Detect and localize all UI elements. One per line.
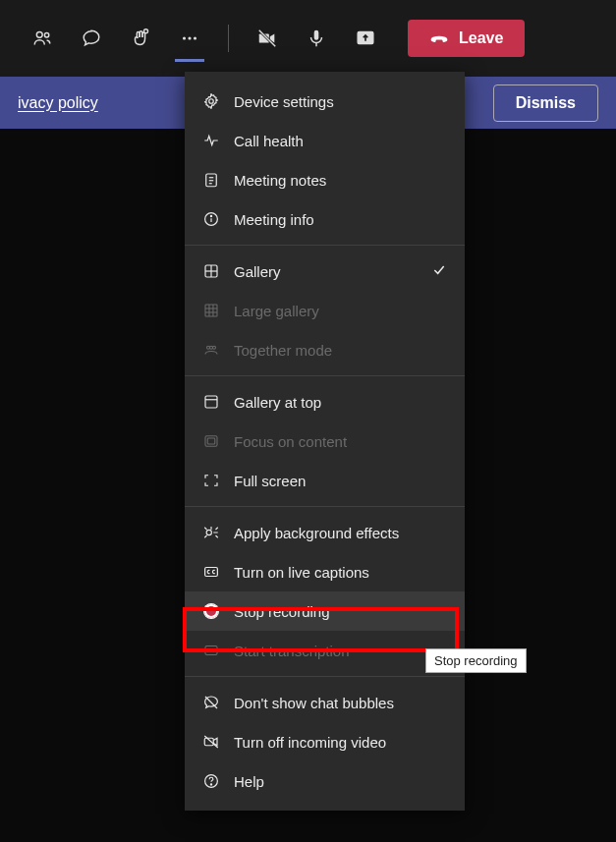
menu-label: Gallery: [234, 263, 281, 280]
menu-item-stop-recording[interactable]: Stop recording: [185, 591, 465, 631]
large-grid-icon: [202, 302, 220, 319]
menu-label: Large gallery: [234, 303, 319, 319]
grid-icon: [202, 262, 220, 280]
svg-point-29: [210, 346, 213, 349]
help-icon: [202, 772, 220, 790]
menu-label: Turn off incoming video: [234, 734, 386, 751]
svg-rect-36: [205, 646, 217, 655]
microphone-icon[interactable]: [292, 19, 341, 58]
menu-label: Focus on content: [234, 433, 347, 450]
menu-label: Stop recording: [234, 603, 330, 620]
meeting-toolbar: Leave: [0, 0, 616, 77]
active-tab-indicator: [175, 59, 204, 62]
menu-item-gallery[interactable]: Gallery: [185, 252, 465, 291]
menu-separator: [185, 506, 465, 507]
svg-point-2: [143, 29, 147, 33]
svg-point-0: [36, 31, 42, 37]
menu-item-full-screen[interactable]: Full screen: [185, 461, 465, 500]
video-off-icon: [202, 733, 220, 751]
fullscreen-icon: [202, 472, 220, 489]
pulse-icon: [202, 132, 220, 149]
menu-label: Meeting notes: [234, 172, 326, 189]
leave-label: Leave: [459, 29, 503, 47]
svg-point-1: [44, 33, 48, 37]
chat-icon[interactable]: [67, 19, 116, 58]
svg-point-34: [206, 530, 211, 534]
menu-item-meeting-info[interactable]: Meeting info: [185, 199, 465, 239]
menu-label: Gallery at top: [234, 394, 321, 411]
svg-rect-35: [205, 568, 218, 577]
svg-rect-8: [314, 30, 319, 40]
svg-point-11: [209, 99, 214, 104]
svg-rect-30: [205, 396, 217, 408]
together-icon: [202, 341, 220, 359]
dismiss-label: Dismiss: [516, 94, 576, 111]
menu-label: Turn on live captions: [234, 564, 369, 581]
menu-label: Device settings: [234, 93, 334, 110]
leave-button[interactable]: Leave: [408, 20, 525, 57]
background-effects-icon: [202, 524, 220, 541]
svg-point-3: [183, 36, 186, 39]
menu-item-meeting-notes[interactable]: Meeting notes: [185, 160, 465, 199]
notes-icon: [202, 171, 220, 189]
menu-item-together-mode: Together mode: [185, 330, 465, 369]
menu-label: Don't show chat bubbles: [234, 695, 394, 711]
privacy-policy-link[interactable]: ivacy policy: [18, 94, 98, 112]
menu-item-start-transcription: Start transcription: [185, 631, 465, 670]
menu-label: Together mode: [234, 342, 332, 359]
people-icon[interactable]: [18, 19, 67, 58]
share-screen-icon[interactable]: [341, 19, 390, 58]
menu-item-apply-background[interactable]: Apply background effects: [185, 513, 465, 552]
menu-item-help[interactable]: Help: [185, 761, 465, 801]
tooltip: Stop recording: [425, 648, 527, 673]
menu-separator: [185, 375, 465, 376]
checkmark-icon: [431, 262, 447, 281]
svg-point-43: [210, 784, 211, 785]
menu-label: Help: [234, 773, 264, 790]
menu-separator: [185, 245, 465, 246]
camera-off-icon[interactable]: [243, 19, 292, 58]
gallery-top-icon: [202, 393, 220, 411]
more-actions-menu: Device settings Call health Meeting note…: [185, 72, 465, 811]
info-icon: [202, 210, 220, 228]
transcription-icon: [202, 642, 220, 659]
record-icon: [202, 602, 220, 620]
svg-rect-22: [205, 305, 217, 316]
svg-rect-33: [207, 438, 215, 444]
menu-label: Start transcription: [234, 643, 350, 659]
menu-separator: [185, 676, 465, 677]
menu-item-call-health[interactable]: Call health: [185, 121, 465, 160]
menu-item-turn-off-incoming-video[interactable]: Turn off incoming video: [185, 722, 465, 761]
svg-point-5: [194, 36, 196, 39]
menu-item-focus-content: Focus on content: [185, 421, 465, 461]
more-actions-button[interactable]: [165, 19, 214, 58]
toolbar-separator: [228, 25, 229, 52]
menu-item-gallery-top[interactable]: Gallery at top: [185, 382, 465, 421]
focus-icon: [202, 432, 220, 450]
reactions-icon[interactable]: [116, 19, 165, 58]
menu-item-large-gallery: Large gallery: [185, 291, 465, 330]
menu-label: Apply background effects: [234, 525, 399, 541]
menu-label: Full screen: [234, 473, 306, 489]
gear-icon: [202, 92, 220, 110]
svg-point-4: [188, 36, 191, 39]
closed-captions-icon: [202, 563, 220, 581]
menu-item-live-captions[interactable]: Turn on live captions: [185, 552, 465, 591]
menu-item-device-settings[interactable]: Device settings: [185, 82, 465, 121]
svg-point-18: [210, 215, 211, 216]
menu-label: Meeting info: [234, 211, 314, 228]
chat-off-icon: [202, 694, 220, 711]
menu-label: Call health: [234, 133, 304, 149]
dismiss-button[interactable]: Dismiss: [493, 84, 598, 122]
menu-item-hide-chat-bubbles[interactable]: Don't show chat bubbles: [185, 683, 465, 722]
